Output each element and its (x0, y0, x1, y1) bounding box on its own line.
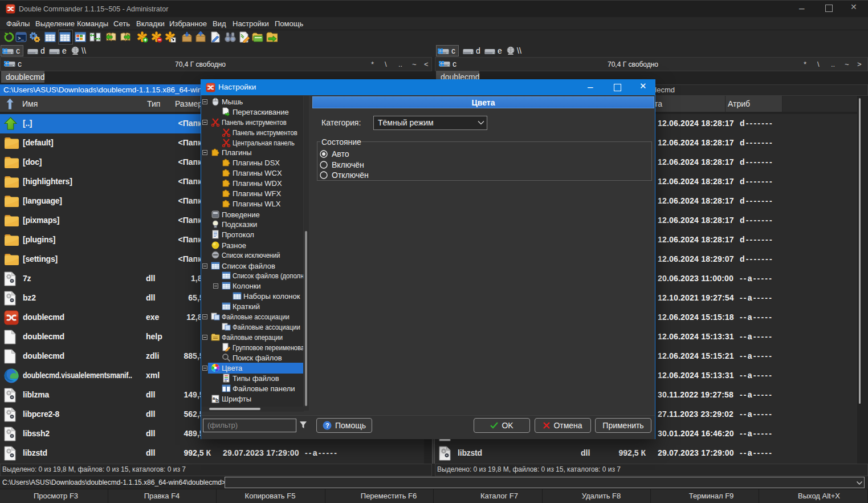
svg-text:?: ? (325, 422, 329, 429)
svg-text:>_: >_ (18, 36, 24, 42)
svg-text:b: b (215, 397, 219, 403)
